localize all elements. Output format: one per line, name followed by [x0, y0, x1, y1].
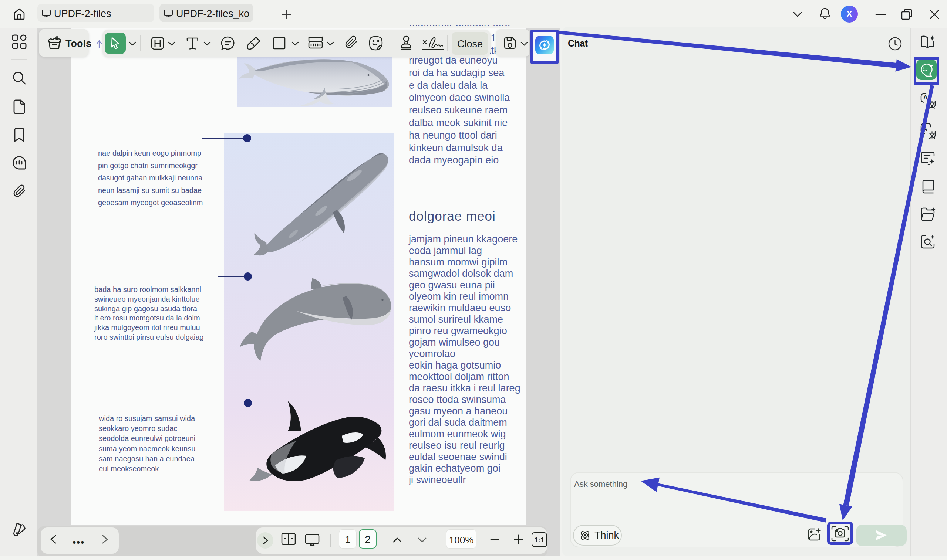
- svg-text:A: A: [923, 94, 928, 100]
- svg-text:A: A: [923, 126, 927, 132]
